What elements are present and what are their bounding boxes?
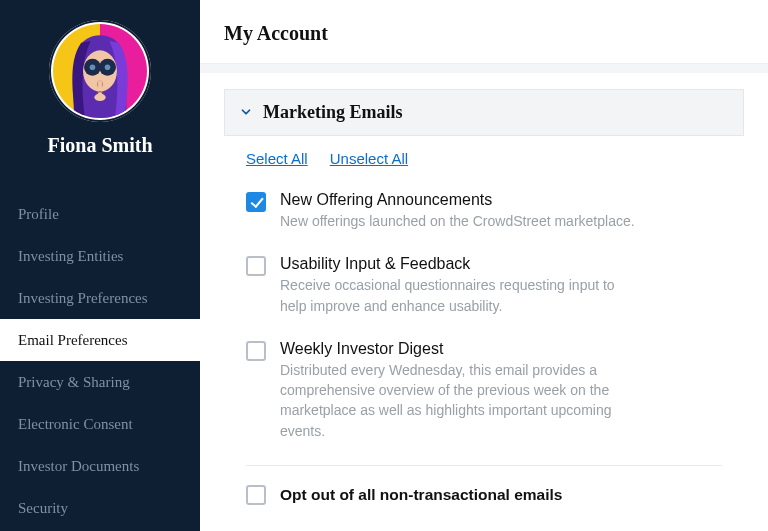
sidebar-item-electronic-consent[interactable]: Electronic Consent	[0, 403, 200, 445]
sidebar-item-investor-documents[interactable]: Investor Documents	[0, 445, 200, 487]
avatar[interactable]	[49, 20, 151, 122]
svg-rect-10	[98, 80, 102, 95]
sidebar-item-investing-entities[interactable]: Investing Entities	[0, 235, 200, 277]
svg-point-8	[105, 64, 111, 70]
svg-point-7	[90, 64, 96, 70]
bulk-select-links: Select All Unselect All	[224, 136, 744, 175]
divider-band	[200, 63, 768, 73]
section-header-marketing-emails[interactable]: Marketing Emails	[224, 89, 744, 136]
optout-row: Opt out of all non-transactional emails	[224, 466, 744, 505]
profile-header: Fiona Smith	[0, 0, 200, 167]
sidebar-item-security[interactable]: Security	[0, 487, 200, 529]
option-new-offering-announcements: New Offering Announcements New offerings…	[246, 181, 722, 245]
option-weekly-investor-digest: Weekly Investor Digest Distributed every…	[246, 330, 722, 455]
sidebar-item-profile[interactable]: Profile	[0, 193, 200, 235]
unselect-all-link[interactable]: Unselect All	[330, 150, 408, 167]
option-desc: New offerings launched on the CrowdStree…	[280, 211, 640, 231]
email-preferences-panel: Marketing Emails Select All Unselect All…	[200, 73, 768, 505]
option-desc: Distributed every Wednesday, this email …	[280, 360, 640, 441]
checkbox-weekly-investor-digest[interactable]	[246, 341, 266, 361]
option-usability-input-feedback: Usability Input & Feedback Receive occas…	[246, 245, 722, 330]
option-desc: Receive occasional questionnaires reques…	[280, 275, 640, 316]
main-content: My Account Marketing Emails Select All U…	[200, 0, 768, 531]
select-all-link[interactable]: Select All	[246, 150, 308, 167]
svg-rect-6	[99, 65, 101, 67]
sidebar-item-investing-preferences[interactable]: Investing Preferences	[0, 277, 200, 319]
sidebar-item-email-preferences[interactable]: Email Preferences	[0, 319, 200, 361]
options-list: New Offering Announcements New offerings…	[224, 175, 744, 455]
sidebar-item-privacy-sharing[interactable]: Privacy & Sharing	[0, 361, 200, 403]
optout-label: Opt out of all non-transactional emails	[280, 486, 562, 504]
option-label: Weekly Investor Digest	[280, 340, 722, 358]
option-label: New Offering Announcements	[280, 191, 722, 209]
checkbox-usability-input-feedback[interactable]	[246, 256, 266, 276]
option-label: Usability Input & Feedback	[280, 255, 722, 273]
user-name: Fiona Smith	[47, 134, 152, 157]
sidebar-nav: Profile Investing Entities Investing Pre…	[0, 193, 200, 529]
chevron-down-icon	[239, 105, 253, 122]
sidebar: Fiona Smith Profile Investing Entities I…	[0, 0, 200, 531]
checkbox-new-offering-announcements[interactable]	[246, 192, 266, 212]
checkbox-optout-all[interactable]	[246, 485, 266, 505]
page-title: My Account	[200, 0, 768, 63]
section-title: Marketing Emails	[263, 102, 403, 123]
svg-point-11	[94, 94, 105, 102]
